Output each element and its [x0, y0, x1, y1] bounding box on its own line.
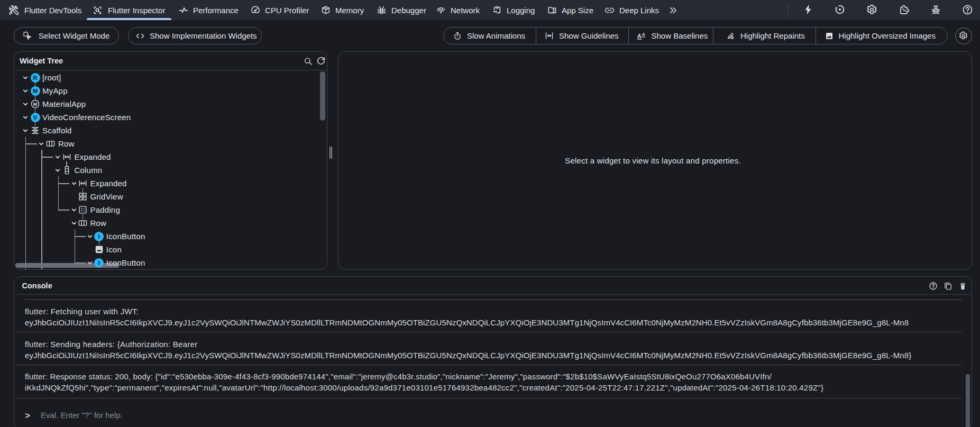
- svg-text:A: A: [637, 32, 641, 39]
- svg-text:M: M: [33, 101, 38, 107]
- svg-text:A: A: [642, 32, 645, 37]
